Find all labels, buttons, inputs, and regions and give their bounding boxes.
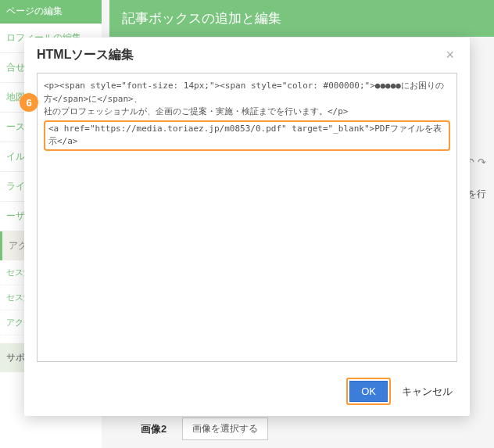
image-label: 画像2 bbox=[141, 422, 166, 436]
cancel-button[interactable]: キャンセル bbox=[397, 381, 457, 403]
select-image-button[interactable]: 画像を選択する bbox=[182, 418, 268, 440]
image-row: 画像2 画像を選択する bbox=[141, 418, 268, 440]
html-source-textarea[interactable]: <p><span style="font-size: 14px;"><span … bbox=[37, 73, 457, 362]
highlighted-anchor-line: <a href="https://media.toriaez.jp/m0853/… bbox=[44, 120, 450, 151]
ok-button[interactable]: OK bbox=[349, 381, 388, 402]
modal-footer: OK キャンセル bbox=[24, 370, 470, 416]
modal-title: HTMLソース編集 bbox=[37, 47, 134, 63]
modal-overlay: HTMLソース編集 × 6 <p><span style="font-size:… bbox=[0, 0, 494, 448]
modal-body: 6 <p><span style="font-size: 14px;"><spa… bbox=[24, 73, 470, 370]
close-icon[interactable]: × bbox=[442, 47, 457, 63]
source-line-1: <p><span style="font-size: 14px;"><span … bbox=[44, 80, 450, 106]
sidebar-header: ページの編集 bbox=[0, 0, 102, 23]
source-line-2: 社のプロフェッショナルが、企画のご提案・実施・検証までを行います。</p> bbox=[44, 106, 450, 119]
html-source-modal: HTMLソース編集 × 6 <p><span style="font-size:… bbox=[24, 38, 470, 416]
ok-button-highlight: OK bbox=[346, 378, 391, 405]
modal-header: HTMLソース編集 × bbox=[24, 38, 470, 73]
page-title: 記事ボックスの追加と編集 bbox=[109, 0, 494, 37]
step-badge: 6 bbox=[20, 93, 38, 112]
